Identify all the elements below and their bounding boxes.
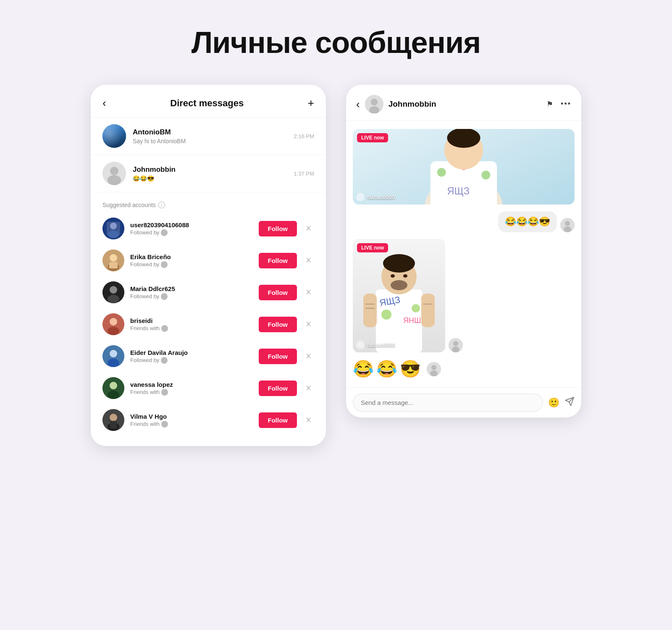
info-icon[interactable]: i (158, 202, 165, 208)
svg-point-26 (108, 391, 119, 399)
svg-point-28 (110, 414, 117, 421)
svg-point-1 (110, 130, 118, 139)
follow-button[interactable]: Follow (259, 221, 297, 236)
follow-button[interactable]: Follow (259, 412, 297, 428)
message-item[interactable]: Johnmobbin 😂😂😎 1:37 PM (91, 155, 326, 192)
message-item[interactable]: AntonioBM Say hi to AntonioBM 2:16 PM (91, 118, 326, 155)
chat-input-area: 🙂 (346, 387, 581, 417)
live-streamer-avatar (356, 193, 365, 201)
suggested-relation: Friends with (130, 389, 253, 396)
live-username-2: falcao8000 (356, 341, 395, 349)
message-preview: Say hi to AntonioBM (133, 138, 287, 144)
suggested-name: Erika Briceño (130, 253, 253, 260)
avatar (102, 409, 124, 431)
back-button[interactable]: ‹ (102, 97, 106, 110)
suggested-user-info: user8203904106088 Followed by (130, 221, 253, 236)
svg-point-22 (110, 350, 117, 357)
chat-body: ЯЩЗ LIVE now falcao8000 � (346, 121, 581, 387)
globe-icon (161, 229, 168, 236)
suggested-relation: Followed by (130, 293, 253, 300)
svg-point-2 (108, 138, 120, 146)
svg-point-12 (110, 254, 117, 262)
follow-button[interactable]: Follow (259, 285, 297, 300)
svg-point-16 (110, 286, 117, 294)
follow-button[interactable]: Follow (259, 253, 297, 268)
svg-point-44 (565, 221, 570, 226)
suggested-item: vanessa lopez Friends with Follow ✕ (91, 372, 326, 404)
svg-rect-30 (110, 421, 117, 428)
globe-icon (161, 261, 168, 268)
avatar (102, 162, 126, 185)
dismiss-button[interactable]: ✕ (303, 414, 314, 426)
avatar (102, 313, 124, 335)
svg-point-57 (403, 274, 407, 278)
follow-button[interactable]: Follow (259, 317, 297, 332)
dismiss-button[interactable]: ✕ (303, 222, 314, 235)
flag-button[interactable]: ⚑ (546, 100, 553, 109)
dismiss-button[interactable]: ✕ (303, 382, 314, 394)
suggested-relation: Friends with (130, 325, 253, 332)
suggested-relation: Followed by (130, 261, 253, 268)
svg-point-6 (108, 175, 121, 185)
svg-point-68 (430, 370, 438, 376)
emoji-laugh-2: 😂 (376, 359, 397, 379)
suggested-relation: Followed by (130, 229, 253, 236)
suggested-name: user8203904106088 (130, 221, 253, 228)
chat-header-actions: ⚑ ••• (546, 100, 571, 109)
avatar (102, 377, 124, 399)
message-list: AntonioBM Say hi to AntonioBM 2:16 PM Jo… (91, 118, 326, 196)
emoji-cool: 😎 (400, 359, 421, 379)
svg-point-56 (391, 274, 395, 278)
svg-point-45 (564, 226, 571, 232)
svg-point-23 (108, 359, 119, 367)
emoji-picker-button[interactable]: 🙂 (548, 397, 559, 408)
live-streamer-avatar-2 (356, 341, 365, 349)
suggested-item: Vilma V Hgo Friends with Follow ✕ (91, 404, 326, 436)
svg-point-67 (431, 365, 436, 370)
svg-point-5 (110, 167, 118, 175)
avatar (102, 345, 124, 367)
live-username: falcao8000 (356, 193, 395, 201)
globe-icon (161, 325, 168, 332)
contact-name: AntonioBM (133, 128, 287, 136)
dismiss-button[interactable]: ✕ (303, 318, 314, 331)
svg-point-9 (110, 223, 117, 229)
svg-rect-14 (109, 262, 118, 268)
suggested-item: Eider Davila Araujo Followed by Follow ✕ (91, 340, 326, 372)
follow-button[interactable]: Follow (259, 349, 297, 364)
message-time: 1:37 PM (294, 171, 314, 177)
suggested-label: Suggested accounts i (91, 196, 326, 213)
back-button[interactable]: ‹ (356, 98, 360, 111)
add-conversation-button[interactable]: + (308, 97, 314, 110)
suggested-item: briseidi Friends with Follow ✕ (91, 308, 326, 340)
live-card-message-1: ЯЩЗ LIVE now falcao8000 (353, 129, 575, 205)
message-input[interactable] (353, 394, 543, 412)
svg-point-3 (110, 130, 118, 139)
suggested-user-info: briseidi Friends with (130, 317, 253, 332)
avatar (102, 124, 126, 148)
follow-button[interactable]: Follow (259, 381, 297, 396)
live-badge: LIVE now (357, 133, 388, 142)
emoji-reactions-row: 😂 😂 😎 (353, 359, 575, 379)
chat-header: ‹ Johnmobbin ⚑ ••• (346, 85, 581, 121)
svg-point-20 (108, 327, 119, 335)
contact-name: Johnmobbin (133, 165, 287, 174)
suggested-relation: Friends with (130, 421, 253, 428)
avatar (102, 281, 124, 303)
message-bubble: 😂😂😂😎 (498, 211, 557, 232)
dismiss-button[interactable]: ✕ (303, 254, 314, 267)
phones-container: ‹ Direct messages + (91, 85, 581, 446)
svg-point-25 (110, 382, 117, 389)
more-options-button[interactable]: ••• (561, 100, 571, 109)
chat-contact-name: Johnmobbin (388, 100, 541, 109)
dismiss-button[interactable]: ✕ (303, 286, 314, 299)
dismiss-button[interactable]: ✕ (303, 350, 314, 362)
svg-point-0 (102, 124, 126, 148)
svg-rect-59 (421, 294, 435, 327)
sender-avatar (427, 362, 441, 376)
suggested-item: Erika Briceño Followed by Follow ✕ (91, 244, 326, 276)
right-phone: ‹ Johnmobbin ⚑ ••• (346, 85, 581, 417)
suggested-user-info: vanessa lopez Friends with (130, 381, 253, 396)
send-button[interactable] (564, 396, 575, 409)
avatar (102, 218, 124, 239)
